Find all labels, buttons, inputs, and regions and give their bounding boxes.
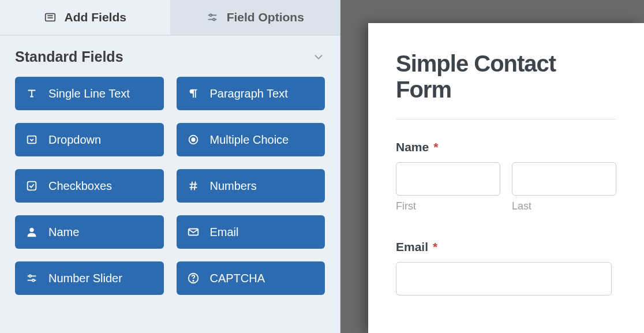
name-label: Name: [396, 140, 429, 154]
name-field-block: Name * First Last: [396, 140, 616, 212]
sidebar: Add Fields Field Options Standard Fields: [0, 0, 340, 333]
text-icon: [25, 87, 38, 100]
field-label: CAPTCHA: [210, 272, 265, 285]
envelope-icon: [187, 226, 200, 238]
svg-rect-7: [28, 136, 36, 144]
dropdown-icon: [25, 133, 38, 146]
field-number-slider[interactable]: Number Slider: [15, 261, 164, 295]
pilcrow-icon: [187, 87, 200, 100]
field-name[interactable]: Name: [15, 215, 164, 249]
field-label-row: Email *: [396, 240, 616, 254]
first-name-col: First: [396, 162, 500, 212]
first-sublabel: First: [396, 200, 500, 212]
person-icon: [25, 226, 38, 238]
hash-icon: [187, 179, 200, 192]
svg-line-14: [194, 182, 195, 190]
chevron-down-icon: [312, 51, 325, 63]
tabs: Add Fields Field Options: [0, 0, 340, 36]
tab-add-fields[interactable]: Add Fields: [0, 0, 170, 35]
section-title: Standard Fields: [15, 48, 123, 65]
name-row: First Last: [396, 162, 616, 212]
tab-label: Add Fields: [65, 10, 126, 24]
sliders-icon: [206, 11, 219, 24]
field-label: Paragraph Text: [210, 87, 288, 100]
sliders-icon: [25, 272, 38, 285]
svg-rect-10: [28, 182, 36, 190]
field-label: Multiple Choice: [210, 133, 289, 147]
section-header[interactable]: Standard Fields: [0, 36, 340, 71]
last-name-col: Last: [512, 162, 616, 212]
tab-field-options[interactable]: Field Options: [170, 0, 340, 35]
svg-point-6: [213, 18, 215, 21]
field-checkboxes[interactable]: Checkboxes: [15, 169, 164, 203]
field-label: Name: [48, 226, 79, 239]
field-label: Email: [210, 226, 239, 239]
canvas-area: Simple Contact Form Name * First Last Em…: [340, 0, 644, 333]
field-single-line-text[interactable]: Single Line Text: [15, 77, 164, 110]
required-asterisk: *: [433, 140, 438, 154]
form-title: Simple Contact Form: [396, 51, 616, 119]
field-dropdown[interactable]: Dropdown: [15, 123, 164, 156]
tab-label: Field Options: [227, 10, 304, 24]
field-label: Dropdown: [48, 133, 101, 147]
svg-point-4: [209, 14, 212, 17]
field-label: Single Line Text: [48, 87, 130, 100]
svg-line-13: [191, 182, 192, 190]
field-label: Numbers: [210, 179, 257, 193]
question-icon: [187, 272, 200, 285]
field-label: Number Slider: [48, 272, 122, 285]
svg-point-18: [29, 275, 31, 278]
field-email[interactable]: Email: [177, 215, 325, 249]
field-numbers[interactable]: Numbers: [177, 169, 325, 203]
field-label: Checkboxes: [48, 179, 112, 193]
field-multiple-choice[interactable]: Multiple Choice: [177, 123, 325, 156]
form-canvas[interactable]: Simple Contact Form Name * First Last Em…: [368, 23, 644, 333]
svg-point-15: [29, 228, 33, 232]
first-name-input[interactable]: [396, 162, 500, 196]
email-field-block: Email *: [396, 240, 616, 295]
required-asterisk: *: [433, 240, 437, 254]
svg-point-22: [193, 280, 193, 281]
field-paragraph-text[interactable]: Paragraph Text: [177, 77, 325, 110]
check-icon: [25, 179, 38, 192]
radio-icon: [187, 133, 200, 146]
email-input[interactable]: [396, 262, 612, 295]
form-icon: [44, 11, 57, 24]
email-label: Email: [396, 240, 428, 254]
svg-point-20: [32, 279, 35, 282]
field-captcha[interactable]: CAPTCHA: [177, 261, 325, 295]
svg-point-9: [192, 138, 195, 141]
field-label-row: Name *: [396, 140, 616, 154]
last-name-input[interactable]: [512, 162, 616, 196]
fields-grid: Single Line Text Paragraph Text Dropdown…: [0, 71, 340, 310]
last-sublabel: Last: [512, 200, 616, 212]
